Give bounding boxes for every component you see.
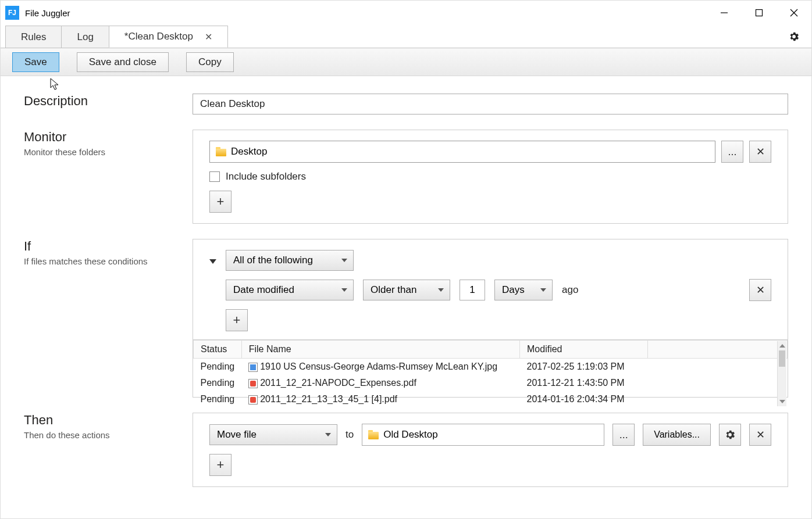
cell-status: Pending (194, 391, 242, 407)
file-type-icon (248, 363, 258, 372)
table-row[interactable]: Pending2011_12_21_13_13_45_1 [4].pdf2014… (194, 391, 788, 407)
monitor-folder-text: Desktop (231, 146, 267, 158)
description-label: Description (24, 94, 193, 109)
tab-label: *Clean Desktop (124, 31, 193, 42)
to-label: to (346, 429, 354, 441)
cell-modified: 2017-02-25 1:19:03 PM (520, 359, 648, 375)
scroll-thumb[interactable] (779, 350, 785, 367)
file-table-scrollbar[interactable] (777, 341, 786, 406)
minimize-button[interactable] (707, 1, 742, 25)
remove-folder-button[interactable]: ✕ (749, 141, 771, 163)
destination-input[interactable]: Old Desktop (362, 424, 604, 446)
app-title: File Juggler (25, 8, 707, 18)
action-dropdown[interactable]: Move file (209, 424, 337, 445)
cell-filename: 2011_12_21_13_13_45_1 [4].pdf (241, 391, 519, 407)
monitor-subtitle: Monitor these folders (24, 147, 193, 157)
cell-modified: 2014-01-16 2:04:34 PM (520, 391, 648, 407)
condition-field-dropdown[interactable]: Date modified (226, 280, 354, 300)
if-panel: All of the following Date modified Older… (193, 239, 788, 398)
copy-button[interactable]: Copy (186, 52, 234, 72)
condition-row: Date modified Older than Days ago ✕ (226, 279, 771, 301)
save-button[interactable]: Save (12, 52, 59, 72)
gear-icon (724, 429, 736, 441)
destination-text: Old Desktop (383, 429, 438, 441)
description-row: Description (24, 94, 788, 114)
tab-clean-desktop[interactable]: *Clean Desktop ✕ (109, 26, 228, 48)
include-subfolders-label: Include subfolders (226, 171, 306, 182)
browse-destination-button[interactable]: ... (612, 424, 635, 446)
condition-operator-dropdown[interactable]: Older than (363, 280, 450, 300)
cell-filename: 1910 US Census-George Adams-Rumsey McLea… (241, 359, 519, 375)
condition-value-input[interactable] (460, 280, 485, 300)
app-icon: FJ (5, 6, 19, 20)
content-area: Description Monitor Monitor these folder… (1, 76, 811, 519)
save-and-close-button[interactable]: Save and close (77, 52, 169, 72)
monitor-label: Monitor (24, 130, 193, 145)
tab-bar: Rules Log *Clean Desktop ✕ (1, 25, 811, 48)
if-label: If (24, 239, 193, 254)
titlebar: FJ File Juggler (1, 1, 811, 25)
cell-modified: 2011-12-21 1:43:50 PM (520, 375, 648, 391)
variables-button[interactable]: Variables... (643, 424, 711, 446)
matched-files-table: Status File Name Modified Pending1910 US… (193, 340, 788, 407)
tab-rules[interactable]: Rules (5, 26, 62, 48)
col-modified[interactable]: Modified (520, 341, 648, 359)
close-window-button[interactable] (777, 1, 811, 25)
cell-filename: 2011_12_21-NAPODC_Expenses.pdf (241, 375, 519, 391)
cell-status: Pending (194, 375, 242, 391)
gear-icon (788, 31, 800, 42)
monitor-row: Monitor Monitor these folders Desktop ..… (24, 130, 788, 224)
scroll-down-icon[interactable] (778, 397, 786, 406)
svg-rect-1 (756, 10, 763, 16)
toolbar: Save Save and close Copy (1, 48, 811, 76)
tab-log[interactable]: Log (61, 26, 109, 48)
add-folder-button[interactable]: + (209, 191, 232, 213)
add-action-button[interactable]: + (209, 454, 232, 476)
add-condition-button[interactable]: + (226, 309, 248, 331)
description-input[interactable] (193, 94, 788, 114)
table-row[interactable]: Pending1910 US Census-George Adams-Rumse… (194, 359, 788, 375)
remove-action-button[interactable]: ✕ (749, 424, 771, 446)
action-settings-button[interactable] (719, 424, 741, 446)
settings-button[interactable] (782, 26, 806, 48)
scroll-up-icon[interactable] (778, 341, 786, 350)
include-subfolders-checkbox[interactable] (209, 171, 220, 182)
condition-group-mode-dropdown[interactable]: All of the following (226, 250, 354, 271)
folder-icon (368, 430, 379, 439)
if-row: If If files matches these conditions All… (24, 239, 788, 398)
browse-folder-button[interactable]: ... (721, 141, 743, 163)
then-subtitle: Then do these actions (24, 430, 193, 440)
then-label: Then (24, 413, 193, 428)
if-subtitle: If files matches these conditions (24, 256, 193, 266)
maximize-button[interactable] (742, 1, 777, 25)
monitor-folder-input[interactable]: Desktop (209, 141, 715, 163)
close-tab-icon[interactable]: ✕ (205, 31, 212, 42)
table-row[interactable]: Pending2011_12_21-NAPODC_Expenses.pdf201… (194, 375, 788, 391)
col-filename[interactable]: File Name (241, 341, 519, 359)
file-type-icon (248, 379, 258, 388)
condition-unit-dropdown[interactable]: Days (494, 280, 553, 300)
remove-condition-button[interactable]: ✕ (749, 279, 771, 301)
collapse-toggle-icon[interactable] (209, 259, 216, 264)
condition-suffix-label: ago (562, 284, 578, 296)
folder-icon (216, 147, 226, 156)
file-type-icon (248, 395, 258, 405)
monitor-panel: Desktop ... ✕ Include subfolders + (193, 130, 788, 224)
col-status[interactable]: Status (194, 341, 242, 359)
cell-status: Pending (194, 359, 242, 375)
then-row: Then Then do these actions Move file to … (24, 413, 788, 487)
then-panel: Move file to Old Desktop ... Variables..… (193, 413, 788, 487)
